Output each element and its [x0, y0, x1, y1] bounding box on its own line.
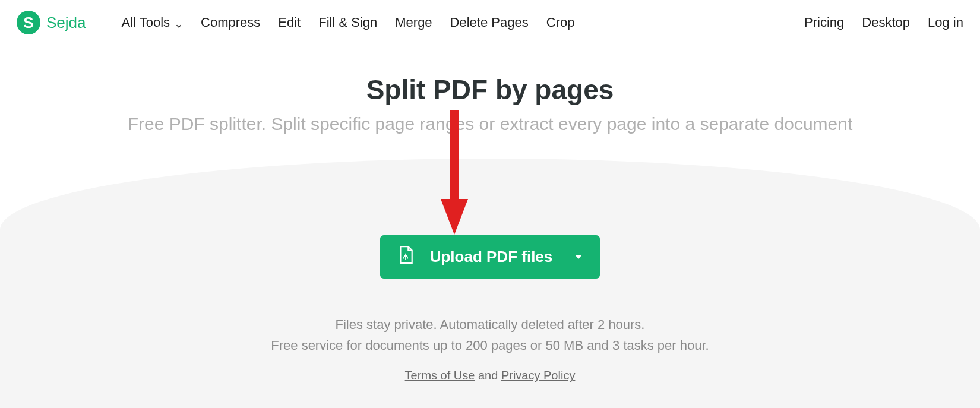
caret-down-icon	[575, 255, 582, 259]
nav-compress[interactable]: Compress	[201, 15, 260, 30]
logo-text: Sejda	[46, 14, 86, 32]
note-limits: Free service for documents up to 200 pag…	[0, 335, 980, 356]
nav-merge[interactable]: Merge	[395, 15, 432, 30]
nav-pricing[interactable]: Pricing	[804, 15, 844, 30]
nav-crop[interactable]: Crop	[546, 15, 575, 30]
page-title: Split PDF by pages	[0, 74, 980, 106]
upload-button[interactable]: Upload PDF files	[380, 235, 600, 279]
main-nav: All Tools Compress Edit Fill & Sign Merg…	[122, 15, 787, 30]
hero: Split PDF by pages Free PDF splitter. Sp…	[0, 45, 980, 134]
nav-login[interactable]: Log in	[928, 15, 963, 30]
nav-right: Pricing Desktop Log in	[804, 15, 963, 30]
upload-area: Upload PDF files	[0, 235, 980, 279]
logo[interactable]: S Sejda	[17, 11, 86, 34]
pdf-file-icon	[398, 246, 413, 268]
nav-fill-sign[interactable]: Fill & Sign	[318, 15, 377, 30]
logo-mark: S	[17, 11, 40, 34]
nav-edit[interactable]: Edit	[278, 15, 301, 30]
terms-link[interactable]: Terms of Use	[405, 369, 475, 382]
chevron-down-icon	[175, 18, 183, 27]
note-privacy: Files stay private. Automatically delete…	[0, 314, 980, 335]
legal-links: Terms of Use and Privacy Policy	[0, 369, 980, 382]
nav-desktop[interactable]: Desktop	[862, 15, 910, 30]
legal-separator: and	[475, 369, 501, 382]
nav-label: All Tools	[122, 15, 170, 30]
header: S Sejda All Tools Compress Edit Fill & S…	[0, 0, 980, 45]
privacy-link[interactable]: Privacy Policy	[501, 369, 575, 382]
nav-all-tools[interactable]: All Tools	[122, 15, 184, 30]
page-subtitle: Free PDF splitter. Split specific page r…	[0, 114, 980, 134]
nav-delete-pages[interactable]: Delete Pages	[450, 15, 529, 30]
upload-button-label: Upload PDF files	[430, 248, 553, 266]
info-notes: Files stay private. Automatically delete…	[0, 314, 980, 356]
